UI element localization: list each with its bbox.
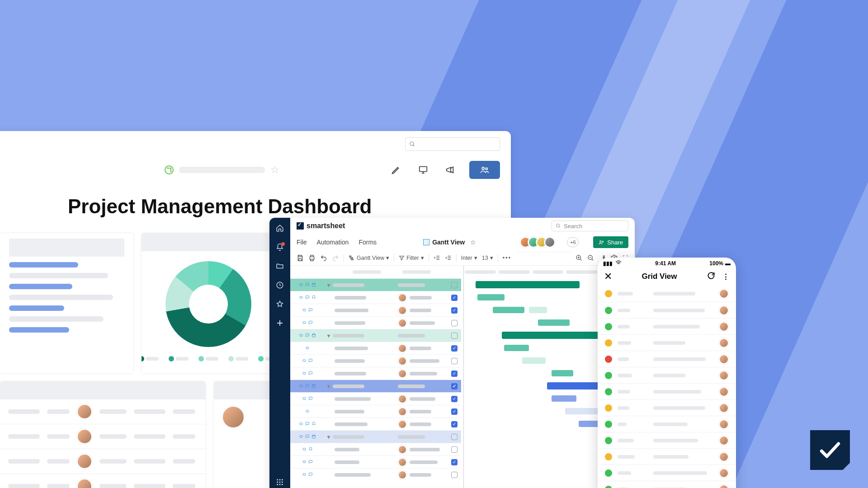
- outdent-icon[interactable]: [434, 254, 440, 261]
- edit-button[interactable]: [388, 162, 404, 178]
- checkbox[interactable]: ✓: [451, 383, 458, 389]
- checkbox[interactable]: [451, 472, 458, 478]
- collaborator-avatars[interactable]: [523, 237, 555, 248]
- view-dropdown[interactable]: Gantt View ▾: [349, 254, 389, 261]
- checkbox[interactable]: ✓: [451, 295, 458, 301]
- gantt-bar[interactable]: [552, 395, 576, 402]
- print-icon[interactable]: [308, 254, 316, 262]
- list-item[interactable]: [598, 416, 736, 432]
- checkbox[interactable]: [451, 282, 458, 288]
- collaborator-overflow[interactable]: +6: [567, 237, 579, 247]
- list-item[interactable]: [598, 448, 736, 465]
- refresh-button[interactable]: [707, 271, 716, 282]
- close-button[interactable]: ✕: [604, 271, 612, 282]
- checkbox[interactable]: ✓: [451, 396, 458, 402]
- checkbox[interactable]: ✓: [451, 408, 458, 415]
- notifications-icon[interactable]: [276, 243, 284, 253]
- list-item[interactable]: [598, 465, 736, 481]
- share-button[interactable]: [469, 161, 500, 179]
- checkbox[interactable]: [451, 446, 458, 453]
- gantt-bar[interactable]: [538, 319, 570, 326]
- checkbox[interactable]: [451, 320, 458, 326]
- redo-icon[interactable]: [332, 254, 339, 262]
- share-button[interactable]: Share: [593, 236, 628, 248]
- chevron-down-icon[interactable]: ▾: [327, 383, 330, 389]
- chevron-down-icon[interactable]: ▾: [327, 282, 330, 288]
- gantt-bar[interactable]: [476, 281, 580, 288]
- list-item[interactable]: [598, 399, 736, 416]
- search-input[interactable]: [405, 137, 500, 151]
- gantt-bar[interactable]: [529, 307, 547, 313]
- checkbox[interactable]: ✓: [451, 421, 458, 427]
- chevron-down-icon[interactable]: ▾: [327, 434, 330, 440]
- favorite-icon[interactable]: ☆: [470, 239, 476, 246]
- add-icon[interactable]: [276, 319, 284, 329]
- avatar: [719, 452, 729, 462]
- checkbox[interactable]: [451, 358, 458, 364]
- checkbox[interactable]: ✓: [451, 371, 458, 377]
- list-item[interactable]: [598, 286, 736, 302]
- menu-automation[interactable]: Automation: [317, 239, 349, 246]
- group-row[interactable]: ▾: [290, 329, 461, 342]
- list-item[interactable]: [598, 302, 736, 318]
- checkbox[interactable]: ✓: [451, 345, 458, 352]
- group-row[interactable]: ▾: [290, 278, 461, 291]
- task-row[interactable]: ✓: [290, 304, 461, 316]
- gantt-bar[interactable]: [493, 307, 524, 313]
- apps-icon[interactable]: [276, 478, 284, 488]
- checkbox[interactable]: [451, 333, 458, 339]
- undo-icon[interactable]: [320, 254, 327, 262]
- zoom-out-icon[interactable]: [587, 254, 594, 262]
- font-dropdown[interactable]: Inter ▾: [461, 254, 477, 261]
- list-item[interactable]: [598, 334, 736, 351]
- save-icon[interactable]: [297, 254, 304, 262]
- list-item[interactable]: [598, 432, 736, 448]
- zoom-in-icon[interactable]: [576, 254, 583, 262]
- group-row[interactable]: ▾: [290, 430, 461, 443]
- recent-icon[interactable]: [276, 281, 284, 291]
- gantt-bar[interactable]: [522, 357, 546, 364]
- task-row[interactable]: ✓: [290, 418, 461, 430]
- gantt-bar[interactable]: [504, 345, 529, 351]
- checkbox[interactable]: ✓: [451, 307, 458, 314]
- more-button[interactable]: ⋮: [722, 272, 730, 282]
- list-item[interactable]: [598, 318, 736, 334]
- page-title: Project Management Dashboard: [0, 183, 511, 218]
- task-row[interactable]: ✓: [290, 342, 461, 354]
- gantt-bar[interactable]: [552, 370, 573, 376]
- chevron-down-icon[interactable]: ▾: [327, 333, 330, 339]
- filter-dropdown[interactable]: Filter ▾: [399, 254, 424, 261]
- list-item[interactable]: [598, 367, 736, 383]
- task-row[interactable]: [290, 316, 461, 329]
- task-row[interactable]: ✓: [290, 405, 461, 418]
- gantt-bar[interactable]: [477, 294, 505, 300]
- gantt-bar[interactable]: [502, 332, 606, 339]
- checkbox[interactable]: ✓: [451, 459, 458, 465]
- gantt-bar[interactable]: [565, 408, 601, 414]
- indent-icon[interactable]: [445, 254, 452, 261]
- task-row[interactable]: ✓: [290, 291, 461, 304]
- more-icon[interactable]: •••: [503, 255, 511, 261]
- search-input[interactable]: Search: [552, 221, 628, 231]
- favorites-icon[interactable]: [276, 300, 284, 310]
- task-row[interactable]: ✓: [290, 455, 461, 468]
- task-row[interactable]: [290, 443, 461, 455]
- present-button[interactable]: [415, 162, 431, 178]
- list-item[interactable]: [598, 351, 736, 367]
- checkbox[interactable]: [451, 434, 458, 440]
- menu-file[interactable]: File: [297, 239, 307, 246]
- task-row[interactable]: ✓: [290, 367, 461, 380]
- list-item[interactable]: [598, 481, 736, 488]
- task-row[interactable]: [290, 354, 461, 367]
- task-name-placeholder: [335, 473, 371, 477]
- home-icon[interactable]: [276, 224, 284, 234]
- announce-button[interactable]: [442, 162, 458, 178]
- task-row[interactable]: [290, 468, 461, 481]
- menu-forms[interactable]: Forms: [359, 239, 377, 246]
- folder-icon[interactable]: [276, 262, 284, 272]
- list-item[interactable]: [598, 383, 736, 399]
- favorite-icon[interactable]: ☆: [270, 164, 279, 176]
- fontsize-dropdown[interactable]: 13 ▾: [482, 254, 493, 261]
- task-row[interactable]: ✓: [290, 392, 461, 405]
- group-row[interactable]: ▾ ✓: [290, 380, 461, 392]
